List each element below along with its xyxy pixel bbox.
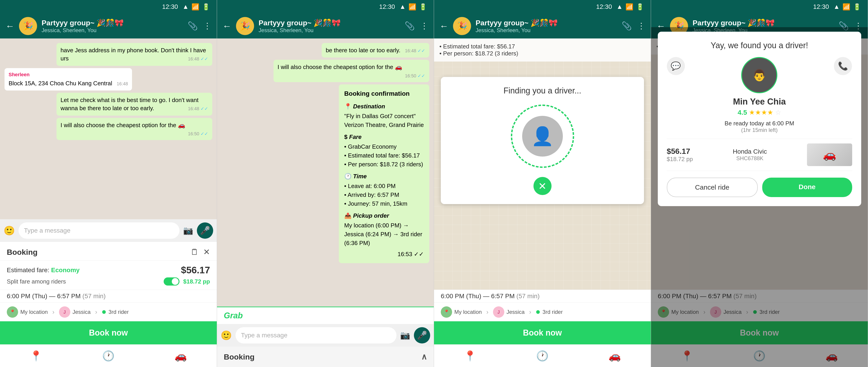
message-4: I will also choose the cheapest option f… [57,118,212,140]
confirm-pickup-title: 📤 Pickup order [344,211,424,220]
nav-car-icon-3[interactable]: 🚗 [609,350,621,362]
confirm-dest-title: 📍 Destination [344,102,424,111]
status-time-1: 12:30 [162,3,178,10]
battery-icon-1: 🔋 [202,3,210,11]
nav-location-icon-3[interactable]: 📍 [464,350,476,362]
more-icon-2[interactable]: ⋮ [420,21,428,31]
group-name-1: Partyyy group~ 🎉🎊🎀 [41,19,183,27]
per-person-1: $18.72 pp [183,278,210,285]
confirm-dest-value: "Fly in Dallas Got7 concert"Verizon Thea… [344,112,424,130]
booking-bottom-3: 6:00 PM (Thu) — 6:57 PM (57 min) 📍 My lo… [434,290,651,321]
mic-button-1[interactable]: 🎤 [197,222,213,239]
cancel-ride-button-4[interactable]: Cancel ride [667,178,758,197]
chat-area-1: have Jess address in my phone book. Don'… [0,38,217,219]
done-button-4[interactable]: Done [762,178,852,197]
message-input-2[interactable]: Type a message [236,327,397,343]
stars-4: ★★★★ [749,108,773,116]
booking-note-icon-1[interactable]: 🗒 [191,247,199,257]
nav-location-icon-1[interactable]: 📍 [30,350,42,362]
attach-icon-2[interactable]: 📎 [405,21,415,31]
driver-details-row-4: $56.17 $18.72 pp Honda Civic SHC6788K 🚗 [667,139,852,171]
back-button-2[interactable]: ← [222,21,231,31]
message-text-4: I will also choose the cheapest option f… [61,122,185,129]
sender-name-2: Sherleen [8,71,128,78]
ticks-3: ✓✓ [200,106,208,111]
3rd-rider-dot-1 [102,310,106,314]
wifi-icon-1: ▲ [182,3,189,10]
mic-button-2[interactable]: 🎤 [414,327,430,343]
stop-3rd-rider-1: 3rd rider [102,309,129,315]
booking-header-icons-1: 🗒 ✕ [191,247,210,257]
phone-panel-3: 12:30 ▲ 📶 🔋 ← 🎉 Partyyy group~ 🎉🎊🎀 Jessi… [434,0,651,367]
stop-my-location-1: 📍 My location [7,306,48,318]
my-location-label-3: My location [454,309,482,315]
input-bar-1: 🙂 Type a message 📷 🎤 [0,219,217,242]
book-now-button-1[interactable]: Book now [0,321,217,344]
nav-car-icon-1[interactable]: 🚗 [175,350,187,362]
time-row-1: 6:00 PM (Thu) — 6:57 PM (57 min) [0,290,217,303]
more-icon-3[interactable]: ⋮ [637,21,645,31]
time-sub-3: (57 min) [517,292,540,300]
driver-name-4: Min Yee Chia [733,97,786,107]
time-main-3: 6:00 PM (Thu) — 6:57 PM [441,292,517,300]
nav-clock-icon-3[interactable]: 🕐 [536,350,549,362]
car-details-4: Honda Civic SHC6788K [733,148,767,162]
driver-rating-4: 4.5 ★★★★☆ [738,108,781,116]
fare-label-1: Estimated fare: Economy [7,266,80,274]
confirm-fare-title: $ Fare [344,133,424,141]
back-button-3[interactable]: ← [439,21,448,31]
driver-photo-placeholder-4: 👨 [752,68,766,82]
attach-icon-3[interactable]: 📎 [622,21,632,31]
booking-fare-row-1: Estimated fare: Economy $56.17 [0,261,217,277]
driver-card-4: Yay, we found you a driver! 💬 👨 Min Yee … [658,32,861,206]
confirm-fare-value: • GrabCar Economy• Estimated total fare:… [344,142,424,169]
finding-title-3: Finding you a driver... [503,86,581,95]
battery-icon-2: 🔋 [419,3,427,11]
p2-message-text-2: I will also choose the cheapest option f… [278,63,402,70]
more-icon-1[interactable]: ⋮ [203,21,211,31]
split-toggle-1[interactable] [164,277,180,286]
booking-bottom-2: Booking ∧ [217,347,434,367]
my-location-avatar-3: 📍 [441,306,452,318]
message-time-4: 16:50 ✓✓ [188,131,208,137]
header-info-3: Partyyy group~ 🎉🎊🎀 Jessica, Sherleen, Yo… [475,19,617,33]
status-bar-3: 12:30 ▲ 📶 🔋 [434,0,651,13]
finding-driver-overlay-3: Finding you a driver... 👤 ✕ [441,77,644,204]
status-bar-4: 12:30 ▲ 📶 🔋 [651,0,868,13]
booking-header-1: Booking 🗒 ✕ [0,242,217,261]
bottom-nav-1: 📍 🕐 🚗 [0,344,217,367]
nav-clock-icon-1[interactable]: 🕐 [102,350,115,362]
phone-panel-2: 12:30 ▲ 📶 🔋 ← 🎉 Partyyy group~ 🎉🎊🎀 Jessi… [217,0,434,367]
cancel-finding-button-3[interactable]: ✕ [533,177,552,195]
car-plate-4: SHC6788K [733,155,767,162]
3rd-rider-label-1: 3rd rider [108,309,129,315]
status-time-2: 12:30 [379,3,395,10]
status-time-4: 12:30 [813,3,829,10]
jessica-label-1: Jessica [72,309,91,315]
header-info-2: Partyyy group~ 🎉🎊🎀 Jessica, Sherleen, Yo… [258,19,400,33]
driver-call-button-4[interactable]: 📞 [834,57,852,75]
camera-button-1[interactable]: 📷 [183,226,193,235]
chat-header-3: ← 🎉 Partyyy group~ 🎉🎊🎀 Jessica, Sherleen… [434,13,651,38]
emoji-button-2[interactable]: 🙂 [221,330,232,341]
fare-line1-3: • Estimated total fare: $56.17 [439,43,645,50]
booking-close-icon-1[interactable]: ✕ [203,247,210,257]
3rd-rider-dot-3 [536,310,540,314]
book-now-button-3[interactable]: Book now [434,321,651,344]
wifi-icon-2: ▲ [399,3,406,10]
chat-area-2: be there too late or too early. 16:48 ✓✓… [217,38,434,307]
chevron-up-icon-2[interactable]: ∧ [421,352,427,362]
driver-chat-button-4[interactable]: 💬 [667,57,685,75]
grab-logo-2: Grab [224,311,243,320]
camera-button-2[interactable]: 📷 [400,331,410,340]
attach-icon-1[interactable]: 📎 [188,21,198,31]
ticks-1: ✓✓ [200,56,208,61]
message-input-1[interactable]: Type a message [19,222,180,239]
header-icons-1: 📎 ⋮ [188,21,211,31]
split-row-1: Split fare among riders $18.72 pp [0,277,217,290]
emoji-button-1[interactable]: 🙂 [4,225,15,236]
signal-icon-1: 📶 [191,3,199,11]
driver-found-title-4: Yay, we found you a driver! [667,41,852,50]
back-button-1[interactable]: ← [5,21,14,31]
arrow-2: › [95,308,97,316]
